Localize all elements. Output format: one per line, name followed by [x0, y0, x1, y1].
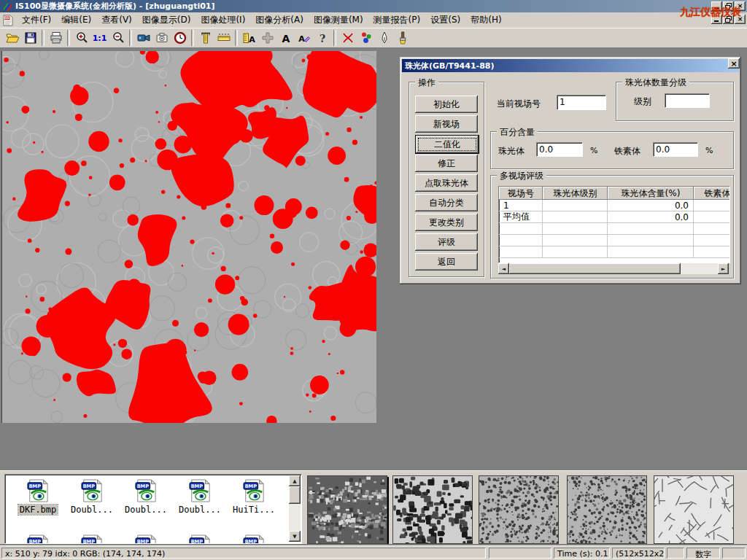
title-bar[interactable]: IS100显微摄像系统(金相分析版) - [zhuguangti01] × [0, 0, 747, 12]
file-list-scrollbar[interactable]: ▲ ▼ [289, 475, 301, 542]
ferrite-percent-input[interactable]: 0.0 [653, 142, 698, 157]
table-h-scrollbar[interactable]: ◄ ► [498, 263, 729, 274]
grade-button[interactable]: 评级 [415, 233, 478, 251]
window-title: IS100显微摄像系统(金相分析版) - [zhuguangti01] [15, 1, 215, 12]
return-button-label: 返回 [438, 256, 455, 268]
zoom-out-icon [111, 31, 125, 45]
menu-item-9[interactable]: 设置(S) [425, 12, 465, 28]
move-cross-icon [260, 31, 275, 45]
table-row-1[interactable]: 10.0 [499, 200, 729, 211]
table-cell [543, 235, 608, 246]
zoom-in-button[interactable] [72, 29, 90, 47]
micrograph-image[interactable] [1, 51, 376, 423]
bmp-file-icon: BMP [135, 534, 157, 544]
zoom-out-button[interactable] [109, 29, 127, 47]
menu-item-4[interactable]: 图像显示(D) [137, 12, 196, 28]
scroll-down-icon[interactable]: ▼ [289, 531, 301, 542]
menu-item-1[interactable]: 文件(F) [17, 12, 56, 28]
table-header-2[interactable]: 珠光体级别 [543, 187, 608, 200]
initialize-button[interactable]: 初始化 [415, 96, 478, 113]
v-scroll-thumb[interactable] [289, 486, 301, 504]
open-file-button[interactable] [3, 29, 21, 47]
file-label[interactable]: Doubl... [123, 505, 169, 515]
pick-pearlite-button[interactable]: 点取珠光体 [415, 174, 478, 192]
h-scroll-thumb[interactable] [509, 263, 681, 274]
return-button[interactable]: 返回 [415, 253, 478, 271]
curve-tool-button[interactable] [338, 29, 357, 47]
pearlite-dialog: 珠光体(GB/T9441-88) × 操作 初始化新视场二值化修正点取珠光体自动… [400, 57, 741, 284]
micrograph-thumb-5[interactable] [654, 475, 734, 544]
table-cell [694, 246, 730, 258]
file-item-partial[interactable]: BMP [12, 534, 63, 544]
dialog-title-bar[interactable]: 珠光体(GB/T9441-88) [402, 59, 739, 72]
new-field-button[interactable]: 新视场 [415, 115, 478, 133]
menu-item-3[interactable]: 查看(V) [96, 12, 137, 28]
file-label[interactable]: Doubl... [177, 505, 222, 515]
micrograph-thumb-4[interactable] [567, 475, 647, 544]
video-camera-button[interactable] [134, 29, 152, 47]
actual-size-button[interactable]: 1:1 [90, 29, 109, 47]
binarize-button[interactable]: 二值化 [415, 135, 479, 154]
caliper-button[interactable] [196, 29, 214, 47]
table-cell: 平均值 [499, 211, 543, 223]
file-item-DKF.bmp[interactable]: BMPDKF.bmp [12, 479, 63, 515]
table-header-3[interactable]: 珠光体含量(%) [608, 187, 694, 200]
document-icon[interactable]: DOC [2, 15, 14, 26]
file-item-partial[interactable]: BMP [228, 534, 279, 544]
menu-item-5[interactable]: 图像处理(I) [196, 12, 250, 28]
table-header-1[interactable]: 视场号 [499, 187, 543, 200]
multifield-table[interactable]: 视场号珠光体级别珠光体含量(%)铁素体含量(%)10.0平均值0.0 [498, 186, 730, 263]
scroll-up-icon[interactable]: ▲ [289, 475, 301, 486]
move-cross-button[interactable] [258, 29, 276, 47]
file-item-Doubl...[interactable]: BMPDoubl... [174, 479, 225, 515]
menu-item-2[interactable]: 编辑(E) [56, 12, 96, 28]
current-field-input[interactable]: 1 [557, 95, 606, 110]
menu-item-10[interactable]: 帮助(H) [465, 12, 506, 28]
print-button[interactable] [47, 29, 65, 47]
bmp-file-icon: BMP [81, 534, 103, 544]
menu-item-8[interactable]: 测量报告(P) [368, 12, 426, 28]
file-item-partial[interactable]: BMP [66, 534, 117, 544]
ruler-button[interactable] [214, 29, 233, 47]
table-row-2[interactable]: 平均值0.0 [499, 211, 729, 223]
file-label[interactable]: DKF.bmp [18, 505, 58, 515]
micrograph-thumb-3[interactable] [479, 475, 559, 544]
application-window: IS100显微摄像系统(金相分析版) - [zhuguangti01] × 九江… [0, 0, 747, 560]
file-item-Doubl...[interactable]: BMPDoubl... [120, 479, 171, 515]
table-row-empty[interactable] [499, 235, 729, 246]
file-item-partial[interactable]: BMP [174, 534, 225, 544]
file-item-Doubl...[interactable]: BMPDoubl... [66, 479, 117, 515]
camera-capture-button[interactable] [152, 29, 171, 47]
pen-tool-button[interactable] [375, 29, 393, 47]
table-cell [543, 246, 608, 258]
brush-tool-button[interactable] [393, 29, 411, 47]
auto-classify-button[interactable]: 自动分类 [415, 194, 478, 211]
correct-button[interactable]: 修正 [415, 155, 478, 172]
help-button[interactable]: ? [313, 29, 331, 47]
scroll-left-icon[interactable]: ◄ [498, 263, 509, 274]
micrograph-thumb-2[interactable] [392, 475, 473, 544]
menu-item-7[interactable]: 图像测量(M) [309, 12, 368, 28]
scroll-right-icon[interactable]: ► [718, 263, 729, 274]
text-label-button[interactable]: A [276, 29, 295, 47]
micrograph-thumb-1[interactable] [307, 475, 387, 544]
table-row-empty[interactable] [499, 246, 729, 258]
print-icon [49, 31, 63, 45]
classify-dots-button[interactable] [357, 29, 375, 47]
measure-text-button[interactable]: A [240, 29, 258, 47]
file-label[interactable]: Doubl... [69, 505, 115, 515]
change-class-button[interactable]: 更改类别 [415, 214, 478, 231]
pearlite-percent-input[interactable]: 0.0 [536, 142, 583, 157]
table-row-empty[interactable] [499, 223, 729, 235]
dialog-close-icon[interactable]: × [728, 58, 740, 69]
file-list[interactable]: ▲ ▼ BMPDKF.bmpBMPDoubl...BMPDoubl...BMPD… [4, 474, 302, 544]
file-label[interactable]: HuiTi... [231, 505, 276, 515]
save-button[interactable] [21, 29, 39, 47]
timer-clock-button[interactable] [171, 29, 189, 47]
table-header-4[interactable]: 铁素体含量(%) [694, 187, 730, 200]
text-edit-button[interactable]: A [295, 29, 313, 47]
file-item-HuiTi...[interactable]: BMPHuiTi... [228, 479, 279, 515]
grade-input[interactable] [665, 93, 710, 108]
file-item-partial[interactable]: BMP [120, 534, 171, 544]
menu-item-6[interactable]: 图像分析(A) [250, 12, 309, 28]
